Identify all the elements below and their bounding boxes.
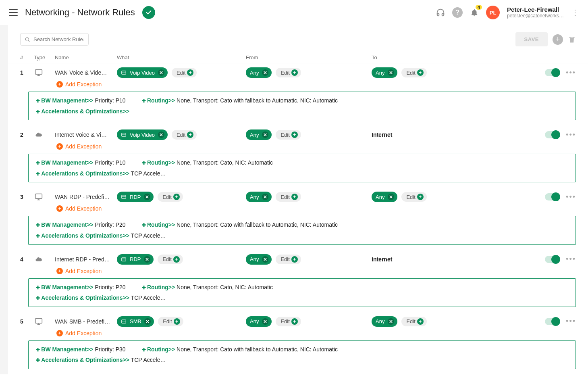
edit-button[interactable]: Edit + <box>172 130 197 140</box>
close-icon[interactable] <box>388 194 394 200</box>
edit-button[interactable]: Edit + <box>276 130 301 140</box>
bw-management-link[interactable]: BW Management>> <box>36 221 93 228</box>
close-icon[interactable] <box>262 318 268 325</box>
rule-name[interactable]: WAN RDP - Predefi… <box>55 194 117 200</box>
rule-name[interactable]: WAN Voice & Vide… <box>55 69 117 76</box>
edit-button[interactable]: Edit + <box>276 255 301 264</box>
row-menu-icon[interactable]: ••• <box>566 255 576 263</box>
trash-icon[interactable] <box>568 35 576 44</box>
close-icon[interactable] <box>144 318 151 325</box>
routing-link[interactable]: Routing>> <box>142 221 175 228</box>
rule-name[interactable]: WAN SMB - Predefi… <box>55 318 117 325</box>
routing-link[interactable]: Routing>> <box>142 284 175 290</box>
edit-button[interactable]: Edit + <box>276 68 301 77</box>
save-button[interactable]: SAVE <box>515 32 548 46</box>
row-menu-icon[interactable]: ••• <box>566 69 576 77</box>
close-icon[interactable] <box>388 318 394 325</box>
enable-toggle[interactable] <box>545 131 559 138</box>
edit-button[interactable]: Edit + <box>401 192 426 202</box>
bw-management-link[interactable]: BW Management>> <box>36 97 93 104</box>
svg-rect-2 <box>35 70 42 75</box>
row-menu-icon[interactable]: ••• <box>566 317 576 326</box>
rule-index: 1 <box>20 69 34 76</box>
edit-button[interactable]: Edit + <box>401 68 426 77</box>
bw-management-link[interactable]: BW Management>> <box>36 284 93 290</box>
chip[interactable]: Any <box>246 316 272 327</box>
close-icon[interactable] <box>158 132 164 138</box>
edit-button[interactable]: Edit + <box>158 255 183 264</box>
edit-button[interactable]: Edit + <box>158 192 183 202</box>
accelerations-link[interactable]: Accelerations & Optimizations>> <box>36 357 129 363</box>
bell-icon[interactable]: 4 <box>470 8 479 17</box>
accelerations-link[interactable]: Accelerations & Optimizations>> <box>36 232 129 239</box>
help-icon[interactable]: ? <box>452 7 463 18</box>
add-exception-button[interactable]: + Add Exception <box>8 327 588 340</box>
rule-type-icon <box>34 256 55 263</box>
service-icon <box>121 257 127 262</box>
close-icon[interactable] <box>262 194 268 200</box>
edit-button[interactable]: Edit + <box>158 317 183 326</box>
add-button[interactable]: + <box>553 34 563 45</box>
chip[interactable]: Any <box>246 192 272 202</box>
accel-text: TCP Accele… <box>131 294 166 301</box>
chip[interactable]: Voip Video <box>117 129 168 140</box>
chip[interactable]: Voip Video <box>117 67 168 78</box>
edit-button[interactable]: Edit + <box>276 192 301 202</box>
more-vert-icon[interactable]: ⋮ <box>571 8 579 17</box>
chip[interactable]: Any <box>372 192 397 202</box>
rule-name[interactable]: Internet RDP - Pred… <box>55 256 117 263</box>
close-icon[interactable] <box>262 256 268 263</box>
edit-button[interactable]: Edit + <box>276 317 301 326</box>
close-icon[interactable] <box>262 69 268 76</box>
edit-label: Edit <box>406 194 415 200</box>
rule-name[interactable]: Internet Voice & Vi… <box>55 132 117 138</box>
accelerations-link[interactable]: Accelerations & Optimizations>> <box>36 170 129 177</box>
edit-button[interactable]: Edit + <box>172 68 197 77</box>
add-exception-button[interactable]: + Add Exception <box>8 202 588 216</box>
enable-toggle[interactable] <box>545 69 559 76</box>
enable-toggle[interactable] <box>545 193 559 200</box>
menu-icon[interactable] <box>9 9 18 16</box>
chip[interactable]: RDP <box>117 254 154 265</box>
enable-toggle[interactable] <box>545 318 559 325</box>
search-icon <box>25 37 30 42</box>
routing-text: None, Transport: Cato with fallback to A… <box>177 97 338 104</box>
chip[interactable]: Any <box>246 254 272 265</box>
chip[interactable]: RDP <box>117 192 154 202</box>
row-menu-icon[interactable]: ••• <box>566 193 576 201</box>
routing-link[interactable]: Routing>> <box>142 346 175 353</box>
accelerations-link[interactable]: Accelerations & Optimizations>> <box>36 294 129 301</box>
enable-toggle[interactable] <box>545 256 559 263</box>
search-input[interactable] <box>33 36 84 43</box>
add-exception-button[interactable]: + Add Exception <box>8 140 588 154</box>
col-name: Name <box>55 54 117 61</box>
chip[interactable]: Any <box>246 67 272 78</box>
bw-management-link[interactable]: BW Management>> <box>36 159 93 166</box>
routing-link[interactable]: Routing>> <box>142 97 175 104</box>
edit-label: Edit <box>280 318 289 324</box>
edit-button[interactable]: Edit + <box>401 317 426 326</box>
chip[interactable]: Any <box>246 129 272 140</box>
add-exception-button[interactable]: + Add Exception <box>8 78 588 92</box>
svg-rect-22 <box>122 195 126 198</box>
chip[interactable]: Any <box>372 316 397 327</box>
bw-management-link[interactable]: BW Management>> <box>36 346 93 353</box>
rule-details: BW Management>> Priority: P30 Routing>> … <box>28 340 576 369</box>
chip[interactable]: Any <box>372 67 397 78</box>
headphones-icon[interactable] <box>436 8 445 17</box>
search-box[interactable] <box>20 33 89 46</box>
close-icon[interactable] <box>158 69 164 76</box>
close-icon[interactable] <box>262 132 268 138</box>
close-icon[interactable] <box>144 194 150 200</box>
plus-icon: + <box>173 194 180 200</box>
to-text: Internet <box>372 132 392 138</box>
close-icon[interactable] <box>388 69 394 76</box>
add-exception-button[interactable]: + Add Exception <box>8 265 588 278</box>
toolbar: SAVE + <box>8 32 588 52</box>
avatar[interactable]: PL <box>486 6 500 19</box>
chip[interactable]: SMB <box>117 316 154 327</box>
close-icon[interactable] <box>144 256 150 263</box>
row-menu-icon[interactable]: ••• <box>566 131 576 139</box>
accelerations-link[interactable]: Accelerations & Optimizations>> <box>36 108 129 115</box>
routing-link[interactable]: Routing>> <box>142 159 175 166</box>
